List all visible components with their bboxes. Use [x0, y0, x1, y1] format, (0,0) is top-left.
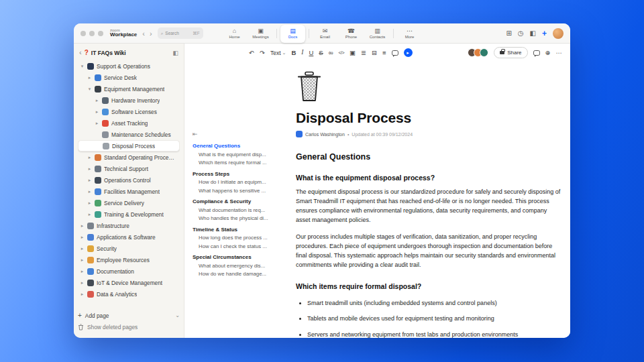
chevron-right-icon[interactable]: ▸ [95, 109, 99, 114]
chevron-right-icon[interactable]: ▸ [87, 166, 92, 171]
back-arrow-icon[interactable]: ‹ [142, 29, 145, 38]
outline-item-what-is-the-equipment-disp[interactable]: What is the equipment disp... [193, 151, 293, 160]
share-button[interactable]: Share [494, 47, 527, 58]
nav-meetings[interactable]: ▣Meetings [248, 25, 273, 43]
search-input[interactable]: ⌕ Search ⌘F [158, 27, 203, 39]
sidebar-item-standard-operating-procedures[interactable]: ▸Standard Operating Procedures [78, 152, 180, 163]
panel-toggle-icon[interactable]: ◧ [530, 30, 536, 37]
more-options-icon[interactable]: ⋯ [556, 50, 563, 56]
nav-email[interactable]: ✉Email [313, 25, 337, 43]
add-page-button[interactable]: + Add page ⌄ [78, 310, 180, 321]
nav-phone[interactable]: ☎Phone [339, 25, 364, 43]
chevron-right-icon[interactable]: ▸ [95, 98, 99, 103]
chevron-right-icon[interactable]: ▸ [80, 223, 85, 228]
user-avatar[interactable] [553, 28, 564, 39]
chevron-right-icon[interactable]: ▸ [80, 292, 85, 296]
outline-item-what-about-emergency-dis[interactable]: What about emergency dis... [193, 262, 293, 271]
outline-section-timeline-status[interactable]: Timeline & Status [193, 226, 293, 235]
outline-item-how-long-does-the-process[interactable]: How long does the process ... [193, 234, 293, 243]
show-deleted-pages-button[interactable]: Show deleted pages [78, 321, 180, 333]
text-style-dropdown[interactable]: Text ⌄ [270, 50, 286, 56]
forward-arrow-icon[interactable]: › [150, 29, 152, 38]
chevron-right-icon[interactable]: ▸ [80, 269, 85, 274]
sidebar-item-support-operations[interactable]: ▾Support & Operations [78, 60, 180, 72]
outline-item-what-happens-to-sensitive[interactable]: What happens to sensitive ... [193, 187, 293, 196]
sidebar-item-service-delivery[interactable]: ▸Service Delivery [78, 197, 180, 208]
chevron-right-icon[interactable]: ▸ [80, 280, 85, 285]
notifications-bell-icon[interactable]: ◷ [518, 30, 524, 37]
apps-grid-icon[interactable]: ⊞ [506, 30, 511, 37]
collaborator-avatar[interactable] [480, 48, 488, 57]
link-icon[interactable]: ∞ [329, 50, 333, 56]
chevron-right-icon[interactable]: ▸ [87, 212, 92, 217]
globe-icon[interactable]: ⊕ [545, 50, 551, 56]
underline-icon[interactable]: U [309, 50, 313, 56]
undo-icon[interactable]: ↶ [249, 50, 254, 56]
sidebar-item-training-development[interactable]: ▸Training & Development [78, 208, 180, 220]
sidebar-back-icon[interactable]: ‹ [79, 49, 82, 56]
sidebar-item-infrastructure[interactable]: ▸Infrastructure [78, 220, 180, 231]
chevron-down-icon[interactable]: ▾ [87, 86, 92, 91]
chevron-right-icon[interactable]: ▸ [80, 257, 85, 262]
chevron-right-icon[interactable]: ▸ [87, 200, 92, 205]
outline-section-special-circumstances[interactable]: Special Circumstances [193, 253, 293, 262]
chevron-right-icon[interactable]: ▸ [87, 155, 92, 160]
bold-icon[interactable]: B [291, 50, 296, 56]
chevron-right-icon[interactable]: ▸ [87, 189, 92, 194]
comment-icon[interactable] [392, 50, 398, 56]
sidebar-item-employee-resources[interactable]: ▸Employee Resources [78, 254, 180, 265]
sidebar-item-hardware-inventory[interactable]: ▸Hardware Inventory [78, 95, 180, 106]
close-button[interactable] [80, 31, 86, 36]
bullet-list-icon[interactable]: ≣ [361, 50, 366, 56]
sidebar-item-operations-control[interactable]: ▸Operations Control [78, 174, 180, 186]
outline-item-how-do-we-handle-damage[interactable]: How do we handle damage... [193, 270, 293, 279]
minimize-button[interactable] [89, 31, 95, 36]
document-scroll-area[interactable]: ⇤ General QuestionsWhat is the equipment… [184, 62, 570, 338]
outline-section-general-questions[interactable]: General Questions [193, 142, 293, 151]
new-plus-icon[interactable]: + [542, 29, 547, 38]
chevron-right-icon[interactable]: ▸ [80, 246, 85, 251]
nav-home[interactable]: ⌂Home [222, 25, 247, 43]
outline-section-process-steps[interactable]: Process Steps [193, 170, 293, 179]
sidebar-item-asset-tracking[interactable]: ▸Asset Tracking [78, 117, 180, 129]
redo-icon[interactable]: ↷ [260, 50, 265, 56]
sidebar-item-maintenance-schedules[interactable]: Maintenance Schedules [78, 129, 180, 140]
outline-item-what-documentation-is-req[interactable]: What documentation is req... [193, 206, 293, 215]
chat-icon[interactable] [533, 50, 540, 56]
sidebar-item-software-licenses[interactable]: ▸Software Licenses [78, 106, 180, 117]
image-icon[interactable]: ▣ [350, 50, 356, 56]
sidebar-item-documentation[interactable]: ▸Documentation [78, 265, 180, 277]
nav-docs[interactable]: ▤Docs [280, 25, 305, 43]
chevron-right-icon[interactable]: ▸ [95, 121, 99, 125]
sidebar-item-technical-support[interactable]: ▸Technical Support [78, 163, 180, 174]
sidebar-item-security[interactable]: ▸Security [78, 243, 180, 254]
sidebar-item-data-analytics[interactable]: ▸Data & Analytics [78, 288, 180, 300]
code-icon[interactable]: </> [338, 50, 344, 55]
collapse-outline-icon[interactable]: ⇤ [193, 131, 293, 137]
chevron-down-icon[interactable]: ▾ [80, 64, 85, 68]
sidebar-collapse-icon[interactable]: ◧ [172, 50, 178, 56]
sidebar-item-applications-software[interactable]: ▸Applications & Software [78, 231, 180, 243]
outline-section-compliance-security[interactable]: Compliance & Security [193, 198, 293, 206]
italic-icon[interactable]: I [301, 50, 303, 56]
nav-contacts[interactable]: ▥Contacts [365, 25, 390, 43]
align-icon[interactable]: ≡ [382, 50, 386, 56]
strikethrough-icon[interactable]: S [319, 50, 323, 56]
chevron-right-icon[interactable]: ▸ [80, 235, 85, 239]
outline-item-which-items-require-formal[interactable]: Which items require formal ... [193, 159, 293, 168]
chevron-right-icon[interactable]: ▸ [87, 178, 92, 182]
tree-item-label: IoT & Device Management [97, 280, 162, 286]
outline-item-how-do-i-initiate-an-equipm[interactable]: How do I initiate an equipm... [193, 178, 293, 187]
sidebar-item-service-desk[interactable]: ▸Service Desk [78, 72, 180, 83]
ai-companion-icon[interactable]: ▸ [404, 48, 413, 57]
outline-item-how-can-i-check-the-status[interactable]: How can I check the status ... [193, 243, 293, 251]
sidebar-item-facilities-management[interactable]: ▸Facilities Management [78, 186, 180, 197]
zoom-button[interactable] [98, 31, 103, 36]
outline-item-who-handles-the-physical-di[interactable]: Who handles the physical di... [193, 215, 293, 223]
sidebar-item-iot-device-management[interactable]: ▸IoT & Device Management [78, 277, 180, 288]
sidebar-item-disposal-process[interactable]: Disposal Process [78, 140, 180, 152]
chevron-right-icon[interactable]: ▸ [87, 75, 92, 80]
check-list-icon[interactable]: ⊟ [372, 50, 377, 56]
sidebar-item-equipment-management[interactable]: ▾Equipment Management [78, 83, 180, 95]
nav-more[interactable]: ⋯More [397, 25, 422, 43]
